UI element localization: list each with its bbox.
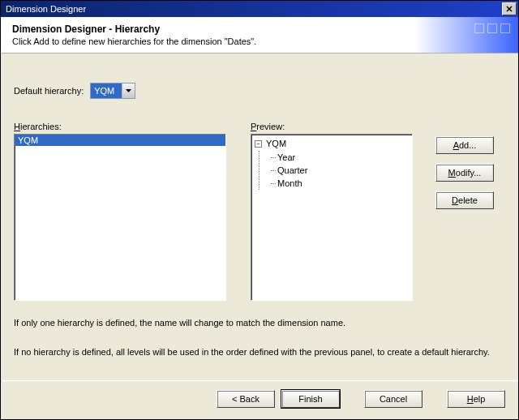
titlebar: Dimension Designer — [1, 1, 518, 17]
content-area: Default hierarchy: YQM Hierarchies: YQM … — [1, 54, 518, 380]
tree-leaf[interactable]: Quarter — [271, 164, 409, 177]
help-button[interactable]: Help — [447, 390, 505, 408]
tree-root-label: YQM — [266, 139, 286, 148]
header-panel: Dimension Designer - Hierarchy Click Add… — [1, 17, 518, 54]
delete-button[interactable]: Delete — [435, 191, 494, 209]
window-title: Dimension Designer — [6, 4, 502, 14]
close-button[interactable] — [502, 2, 517, 15]
note-line-2: If no hierarchy is defined, all levels w… — [14, 345, 505, 359]
default-hierarchy-label: Default hierarchy: — [14, 86, 84, 96]
preview-tree[interactable]: − YQM Year Quarter Month — [251, 134, 413, 301]
default-hierarchy-combo[interactable]: YQM — [90, 83, 135, 99]
back-button[interactable]: < Back — [217, 390, 275, 408]
finish-button[interactable]: Finish — [281, 390, 340, 408]
tree-expander[interactable]: − — [255, 140, 262, 148]
preview-label: Preview: — [251, 122, 413, 131]
add-button[interactable]: Add... — [435, 136, 494, 154]
header-subtitle: Click Add to define new hierarchies for … — [12, 36, 507, 46]
tree-leaf[interactable]: Month — [271, 177, 409, 190]
mid-area: Hierarchies: YQM Preview: − YQM — [14, 122, 505, 301]
chevron-down-icon — [126, 89, 131, 92]
hierarchies-column: Hierarchies: YQM — [14, 122, 226, 301]
close-icon — [506, 6, 513, 12]
dimension-designer-window: Dimension Designer Dimension Designer - … — [0, 0, 519, 420]
footer: < Back Finish Cancel Help — [1, 382, 518, 419]
note-line-1: If only one hierarchy is defined, the na… — [14, 315, 505, 330]
list-item[interactable]: YQM — [15, 135, 225, 146]
side-button-column: Add... Modify... Delete — [435, 122, 494, 209]
cancel-button[interactable]: Cancel — [364, 390, 422, 408]
default-hierarchy-row: Default hierarchy: YQM — [14, 83, 505, 99]
hierarchies-label: Hierarchies: — [14, 122, 226, 131]
notes: If only one hierarchy is defined, the na… — [14, 315, 505, 359]
combo-dropdown-button[interactable] — [122, 84, 135, 98]
header-decoration — [474, 24, 510, 33]
hierarchies-listbox[interactable]: YQM — [14, 134, 226, 301]
preview-column: Preview: − YQM Year Quarter Month — [251, 122, 413, 301]
tree-root-node[interactable]: − YQM Year Quarter Month — [255, 138, 409, 190]
default-hierarchy-value: YQM — [91, 84, 122, 98]
tree-leaf[interactable]: Year — [271, 151, 409, 164]
modify-button[interactable]: Modify... — [435, 164, 494, 182]
header-title: Dimension Designer - Hierarchy — [12, 24, 507, 35]
